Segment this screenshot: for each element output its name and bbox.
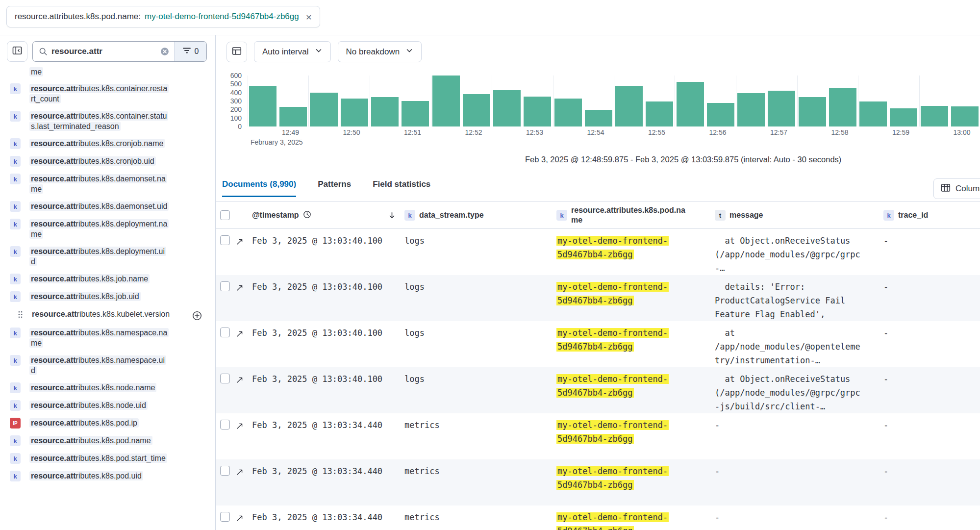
timestamp-cell: Feb 3, 2025 @ 13:03:34.440 [249, 459, 382, 478]
expand-document-icon[interactable] [234, 459, 249, 480]
field-list-item[interactable]: kresource.attributes.k8s.namespace.uid [10, 355, 215, 376]
row-checkbox[interactable] [220, 281, 230, 291]
row-checkbox[interactable] [220, 512, 230, 522]
field-list-item[interactable]: kresource.attributes.k8s.cronjob.uid [10, 156, 215, 167]
expand-document-icon[interactable] [234, 367, 249, 388]
histogram-bar[interactable] [402, 101, 429, 126]
field-list-item[interactable]: kresource.attributes.k8s.pod.name [10, 435, 215, 446]
interval-select[interactable]: Auto interval [254, 41, 331, 62]
histogram-bar[interactable] [432, 76, 460, 126]
histogram-bar[interactable] [585, 110, 612, 126]
sort-descending-icon[interactable] [382, 211, 402, 220]
histogram-bar[interactable] [707, 103, 734, 127]
row-checkbox[interactable] [220, 374, 230, 383]
column-header-timestamp[interactable]: @timestamp [249, 210, 382, 221]
field-filter-count: 0 [195, 47, 199, 56]
documents-table: @timestamp k data_stream.type k resource… [216, 202, 980, 530]
data-stream-type-cell: logs [402, 321, 553, 340]
histogram-bar[interactable] [524, 97, 551, 126]
tab-documents[interactable]: Documents (8,990) [222, 179, 296, 197]
histogram-bar[interactable] [279, 107, 307, 126]
histogram-bar[interactable] [768, 91, 795, 126]
histogram-bar[interactable] [859, 101, 887, 126]
keyword-type-icon: k [10, 156, 21, 167]
expand-document-icon[interactable] [234, 505, 249, 527]
x-axis-label: 12:56 [709, 128, 727, 136]
histogram-bar[interactable] [341, 99, 368, 126]
field-list-item[interactable]: kresource.attributes.k8s.container.statu… [10, 111, 215, 131]
field-list-item[interactable]: IPresource.attributes.k8s.pod.ip [10, 418, 215, 429]
expand-document-icon[interactable] [234, 275, 249, 296]
breakdown-select[interactable]: No breakdown [338, 41, 422, 62]
column-header-trace-id[interactable]: k trace_id [880, 210, 980, 221]
field-list-item[interactable]: resource.attributes.k8s.kubelet.version [10, 309, 215, 321]
field-list-item[interactable]: kresource.attributes.k8s.job.name [10, 274, 215, 284]
histogram-bar[interactable] [799, 97, 826, 126]
field-list-item-partial[interactable]: me [29, 67, 215, 77]
row-checkbox[interactable] [220, 235, 230, 245]
select-all-checkbox[interactable] [220, 210, 230, 220]
keyword-type-icon: k [10, 174, 21, 184]
field-list-item[interactable]: kresource.attributes.k8s.node.uid [10, 400, 215, 411]
histogram-bar[interactable] [249, 86, 276, 126]
field-list-item[interactable]: kresource.attributes.k8s.cronjob.name [10, 138, 215, 149]
columns-button[interactable]: Columns [933, 178, 980, 199]
tab-field-statistics[interactable]: Field statistics [373, 179, 430, 196]
column-header-pod-name[interactable]: k resource.attributes.k8s.pod.name [553, 205, 712, 225]
drag-handle-icon[interactable] [18, 310, 23, 319]
field-filter-button[interactable]: 0 [174, 42, 206, 61]
column-header-message[interactable]: t message [712, 210, 880, 221]
field-list-item[interactable]: kresource.attributes.k8s.deployment.uid [10, 246, 215, 267]
search-icon [39, 47, 48, 56]
histogram-bar[interactable] [921, 106, 948, 127]
histogram-bar[interactable] [646, 101, 673, 126]
field-list-item[interactable]: kresource.attributes.k8s.node.name [10, 382, 215, 393]
field-name: resource.attributes.k8s.pod.ip [29, 418, 139, 428]
row-checkbox[interactable] [220, 466, 230, 476]
highlighted-pod-name: my-otel-demo-frontend-5d9467bb4-zb6gg [556, 420, 669, 444]
column-header-data-stream-type[interactable]: k data_stream.type [402, 210, 553, 221]
histogram-bar[interactable] [677, 82, 704, 126]
results-tabs-row: Documents (8,990) Patterns Field statist… [222, 179, 980, 202]
histogram-bar[interactable] [493, 90, 521, 127]
row-checkbox[interactable] [220, 420, 230, 429]
field-list-item[interactable]: kresource.attributes.k8s.job.uid [10, 291, 215, 302]
histogram-bar[interactable] [371, 97, 399, 126]
histogram-bar[interactable] [554, 99, 582, 126]
field-list-item[interactable]: kresource.attributes.k8s.deployment.name [10, 219, 215, 239]
text-type-icon: t [715, 210, 726, 221]
field-list-item[interactable]: kresource.attributes.k8s.daemonset.name [10, 174, 215, 194]
expand-document-icon[interactable] [234, 413, 249, 434]
expand-document-icon[interactable] [234, 229, 249, 250]
histogram-bar[interactable] [890, 108, 917, 126]
histogram-bar[interactable] [463, 94, 490, 126]
histogram-bar[interactable] [951, 106, 979, 126]
pod-name-cell: my-otel-demo-frontend-5d9467bb4-zb6gg [553, 229, 712, 261]
histogram-bar[interactable] [829, 88, 856, 126]
field-name: resource.attributes.k8s.namespace.uid [29, 355, 166, 375]
expand-document-icon[interactable] [234, 321, 249, 342]
field-search-input[interactable] [51, 47, 155, 56]
collapse-sidebar-button[interactable] [7, 41, 27, 62]
trace-id-cell: - [880, 275, 980, 294]
pod-name-cell: my-otel-demo-frontend-5d9467bb4-zb6gg [553, 367, 712, 400]
add-field-to-table-button[interactable] [192, 311, 202, 321]
field-list-item[interactable]: kresource.attributes.k8s.namespace.name [10, 328, 215, 348]
row-checkbox[interactable] [220, 328, 230, 337]
field-list-item[interactable]: kresource.attributes.k8s.pod.start_time [10, 453, 215, 464]
data-stream-type-cell: logs [402, 275, 553, 294]
chart-options-button[interactable] [226, 42, 247, 62]
histogram-bar[interactable] [310, 93, 337, 126]
field-list-item[interactable]: kresource.attributes.k8s.pod.uid [10, 471, 215, 481]
tab-patterns[interactable]: Patterns [318, 179, 351, 196]
message-cell: at Object.onReceiveStatus (/app/node_mod… [712, 367, 880, 413]
histogram-bar[interactable] [615, 86, 643, 126]
highlighted-pod-name: my-otel-demo-frontend-5d9467bb4-zb6gg [556, 282, 669, 305]
remove-filter-icon[interactable]: × [306, 12, 312, 22]
filter-pill[interactable]: resource.attributes.k8s.pod.name: my-ote… [6, 6, 320, 27]
histogram-bar[interactable] [737, 93, 765, 127]
field-name: resource.attributes.k8s.job.name [29, 274, 150, 283]
field-list-item[interactable]: kresource.attributes.k8s.container.resta… [10, 83, 215, 104]
clear-search-icon[interactable] [160, 47, 169, 56]
field-list-item[interactable]: kresource.attributes.k8s.daemonset.uid [10, 201, 215, 212]
